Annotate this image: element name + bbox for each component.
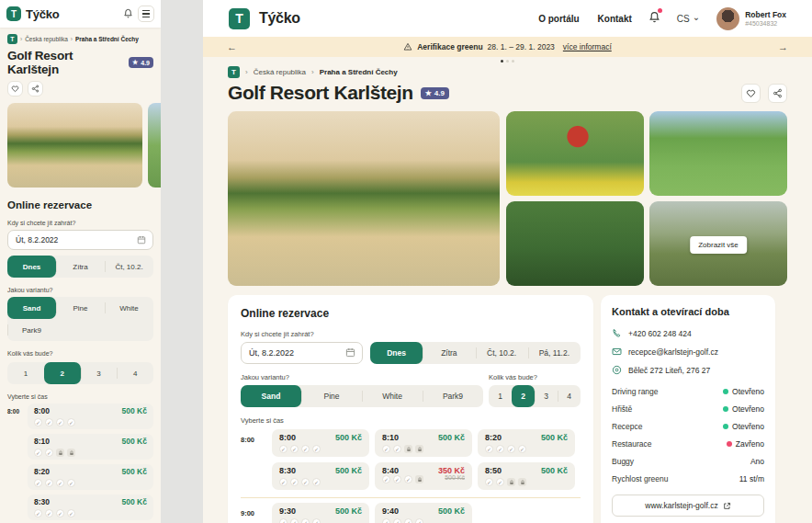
- language-selector[interactable]: CS ⌄: [677, 14, 700, 24]
- day-tab-friday[interactable]: Pá, 11.2.: [528, 342, 581, 364]
- day-tab-thursday[interactable]: Čt, 10.2.: [476, 342, 528, 364]
- day-tabs: Dnes Zítra Čt, 10.2. Pá, 11.2.: [370, 342, 581, 364]
- hamburger-menu-icon[interactable]: [138, 6, 154, 22]
- brand-logo[interactable]: T: [6, 6, 21, 21]
- time-slot[interactable]: 8:10500 Kč ✓✓: [375, 429, 472, 457]
- day-tab-today[interactable]: Dnes: [7, 256, 56, 278]
- breadcrumb-separator: ›: [245, 68, 248, 76]
- time-slot-sale[interactable]: 8:40350 Kč 500 Kč ✓✓✓: [375, 462, 472, 490]
- players-tab-4[interactable]: 4: [558, 385, 581, 407]
- website-button[interactable]: www.karlstejn-golf.cz: [612, 495, 764, 517]
- show-all-photos-button[interactable]: Zobrazit vše: [690, 236, 747, 254]
- time-slot[interactable]: 8:00500 Kč ✓✓✓✓: [28, 404, 153, 429]
- time-slot[interactable]: 9:40500 Kč ✓✓✓✓: [375, 503, 472, 523]
- variant-tab-pine[interactable]: Pine: [56, 297, 105, 319]
- status-list: Driving range Otevřeno Hřiště Otevřeno R…: [612, 387, 764, 483]
- contact-phone[interactable]: +420 602 248 424: [612, 328, 764, 338]
- lock-icon: [56, 449, 64, 457]
- user-menu[interactable]: Robert Fox #45034832: [716, 7, 786, 30]
- course-photo-main[interactable]: [228, 111, 500, 286]
- breadcrumb-home-icon[interactable]: T: [7, 34, 17, 44]
- bell-icon[interactable]: [123, 6, 133, 22]
- breadcrumb-home-icon[interactable]: T: [228, 66, 240, 78]
- nav-item-contact[interactable]: Kontakt: [598, 14, 632, 24]
- status-row: Rychlost greenu 11 st/m: [612, 474, 764, 483]
- variant-tab-sand[interactable]: Sand: [7, 297, 56, 319]
- lock-icon: [415, 445, 423, 453]
- favorite-button[interactable]: [7, 81, 23, 97]
- share-button[interactable]: [28, 81, 43, 97]
- breadcrumb-country[interactable]: Česká republika: [254, 68, 306, 76]
- players-tab-2[interactable]: 2: [512, 385, 535, 407]
- contact-address[interactable]: Běleč 272 Liteň, 276 27: [612, 365, 764, 375]
- bell-icon[interactable]: [648, 10, 660, 27]
- day-tab-tomorrow[interactable]: Zítra: [56, 256, 105, 278]
- players-tab-1[interactable]: 1: [489, 385, 512, 407]
- photo-carousel[interactable]: [7, 103, 153, 188]
- brand-logo[interactable]: T: [229, 8, 250, 29]
- players-tab-3[interactable]: 3: [535, 385, 558, 407]
- day-tab-thursday[interactable]: Čt, 10.2.: [105, 256, 153, 278]
- variant-tab-park9[interactable]: Park9: [7, 319, 56, 341]
- time-slot[interactable]: 8:50500 Kč ✓✓: [478, 462, 575, 490]
- time-group-8: 8:00 8:00500 Kč ✓✓✓✓ 8:10500 Kč ✓✓: [241, 429, 581, 490]
- alert-more-link[interactable]: více informací: [563, 42, 612, 51]
- lock-icon: [415, 475, 423, 483]
- breadcrumb-region[interactable]: Praha a Střední Čechy: [75, 36, 139, 42]
- players-tab-4[interactable]: 4: [117, 362, 153, 384]
- slot-price: 500 Kč: [335, 506, 362, 516]
- date-input[interactable]: [7, 230, 153, 250]
- breadcrumb-region[interactable]: Praha a Střední Čechy: [320, 68, 398, 76]
- calendar-icon[interactable]: [345, 345, 355, 361]
- variant-tab-white[interactable]: White: [105, 297, 153, 319]
- course-photo-landscape[interactable]: Zobrazit vše: [649, 201, 787, 286]
- time-label: Vyberte si čas: [241, 416, 581, 425]
- variant-tab-pine[interactable]: Pine: [301, 385, 362, 407]
- check-icon: ✓: [301, 445, 310, 453]
- status-value: Zavřeno: [736, 439, 764, 449]
- course-photo-putter[interactable]: [506, 201, 644, 286]
- alert-next-arrow[interactable]: →: [778, 41, 788, 52]
- status-value: Otevřeno: [732, 422, 764, 431]
- check-icon: ✓: [45, 509, 53, 517]
- day-tab-tomorrow[interactable]: Zítra: [423, 342, 475, 364]
- brand-name[interactable]: Týčko: [26, 7, 60, 21]
- players-tab-3[interactable]: 3: [81, 362, 118, 384]
- time-slot[interactable]: 8:10500 Kč ✓✓: [28, 434, 153, 460]
- brand-name[interactable]: Týčko: [259, 10, 300, 27]
- favorite-button[interactable]: [741, 84, 761, 103]
- breadcrumb-country[interactable]: Česká republika: [25, 36, 68, 42]
- check-icon: ✓: [496, 445, 504, 453]
- check-icon: ✓: [34, 479, 42, 487]
- booking-heading: Online rezervace: [241, 307, 581, 320]
- time-slot[interactable]: 8:00500 Kč ✓✓✓✓: [272, 429, 369, 457]
- variant-tab-sand[interactable]: Sand: [241, 385, 301, 407]
- avatar: [716, 7, 739, 30]
- players-tab-1[interactable]: 1: [7, 362, 44, 384]
- time-slot[interactable]: 9:30500 Kč ✓✓✓✓: [272, 503, 369, 523]
- alert-pagination-dots[interactable]: [203, 57, 812, 64]
- alert-prev-arrow[interactable]: ←: [227, 41, 237, 52]
- breadcrumb-separator: ›: [71, 36, 73, 42]
- course-photo[interactable]: [7, 103, 142, 188]
- variant-tab-park9[interactable]: Park9: [423, 385, 483, 407]
- players-tabs: 1 2 3 4: [7, 362, 153, 384]
- page-title: Golf Resort Karlštejn: [228, 82, 413, 104]
- course-photo-green[interactable]: [649, 111, 787, 196]
- course-photo-next[interactable]: [148, 103, 161, 188]
- contact-email[interactable]: recepce@karlstejn-golf.cz: [612, 347, 764, 357]
- calendar-icon[interactable]: [137, 232, 146, 248]
- nav-item-about[interactable]: O portálu: [538, 14, 579, 24]
- time-slot[interactable]: 8:20500 Kč ✓✓✓✓: [28, 464, 153, 490]
- time-slot[interactable]: 8:30500 Kč ✓✓✓✓: [272, 462, 369, 490]
- variant-tab-white[interactable]: White: [362, 385, 423, 407]
- time-slot[interactable]: 8:30500 Kč ✓✓✓✓: [28, 495, 153, 520]
- slot-time: 8:10: [34, 437, 50, 446]
- share-button[interactable]: [768, 84, 787, 103]
- rating-value: 4.9: [141, 60, 150, 66]
- day-tab-today[interactable]: Dnes: [370, 342, 423, 364]
- players-tab-2[interactable]: 2: [44, 362, 81, 384]
- time-slot[interactable]: 8:20500 Kč ✓✓✓✓: [478, 429, 575, 457]
- course-photo-golfer[interactable]: [506, 111, 644, 196]
- slot-price: 500 Kč: [122, 406, 147, 415]
